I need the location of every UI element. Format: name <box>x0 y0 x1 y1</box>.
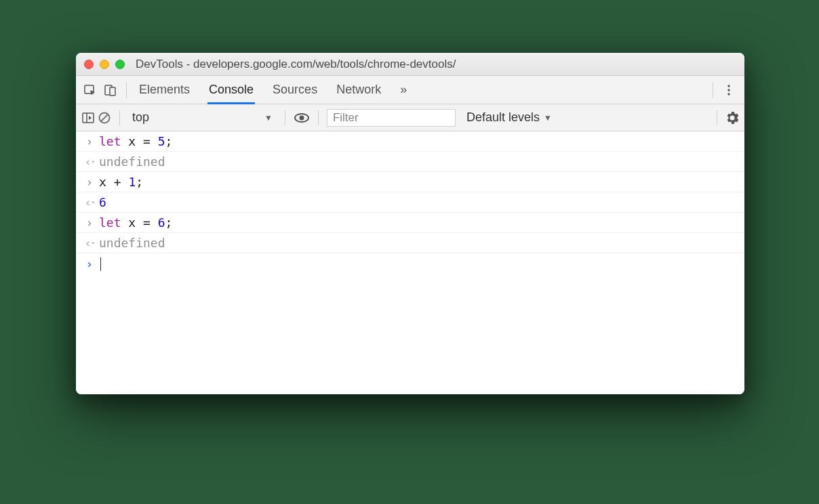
prompt-arrow-icon: › <box>83 257 96 271</box>
tabs-overflow[interactable]: » <box>400 76 407 104</box>
context-label: top <box>132 110 149 125</box>
clear-console-icon[interactable] <box>98 111 111 125</box>
window-title: DevTools - developers.google.com/web/too… <box>136 58 456 71</box>
traffic-lights <box>84 60 125 69</box>
console-line: 6 <box>96 195 106 209</box>
devtools-tabbar: Elements Console Sources Network » <box>76 76 744 104</box>
log-levels-select[interactable]: Default levels ▼ <box>466 110 552 125</box>
toggle-sidebar-icon[interactable] <box>81 111 95 125</box>
console-line: let x = 6; <box>96 215 172 230</box>
more-menu-icon[interactable] <box>719 80 739 100</box>
minimize-window-button[interactable] <box>100 60 109 69</box>
zoom-window-button[interactable] <box>115 60 125 69</box>
console-row: ›let x = 5; <box>76 131 744 152</box>
svg-rect-2 <box>110 87 115 96</box>
output-arrow-icon: ‹· <box>83 195 96 209</box>
console-row: › <box>76 253 744 274</box>
chevron-down-icon: ▼ <box>264 113 273 123</box>
tab-network[interactable]: Network <box>336 76 381 104</box>
console-output[interactable]: ›let x = 5;‹·undefined›x + 1;‹·6›let x =… <box>76 131 744 394</box>
console-line: x + 1; <box>96 175 143 189</box>
input-arrow-icon: › <box>83 215 96 230</box>
svg-point-4 <box>727 89 730 91</box>
filter-placeholder: Filter <box>333 111 359 125</box>
divider <box>713 82 713 98</box>
console-row: ‹·6 <box>76 192 744 213</box>
console-row: ‹·undefined <box>76 233 744 253</box>
svg-point-5 <box>727 93 730 95</box>
window-titlebar: DevTools - developers.google.com/web/too… <box>76 53 744 76</box>
close-window-button[interactable] <box>84 60 94 69</box>
console-row: ‹·undefined <box>76 152 744 172</box>
console-toolbar: top ▼ Filter Default levels ▼ <box>76 104 744 131</box>
device-toolbar-icon[interactable] <box>100 80 121 100</box>
console-line: let x = 5; <box>96 134 172 148</box>
svg-line-9 <box>101 114 108 121</box>
divider <box>119 110 120 125</box>
input-arrow-icon: › <box>83 134 96 148</box>
svg-rect-6 <box>83 113 94 123</box>
output-arrow-icon: ‹· <box>83 236 96 250</box>
tab-sources[interactable]: Sources <box>273 76 317 104</box>
console-row: ›let x = 6; <box>76 213 744 233</box>
divider <box>318 110 319 125</box>
live-expression-icon[interactable] <box>294 111 310 125</box>
divider <box>717 110 717 125</box>
console-row: ›x + 1; <box>76 172 744 192</box>
devtools-window: DevTools - developers.google.com/web/too… <box>76 53 744 394</box>
levels-label: Default levels <box>466 110 540 125</box>
output-arrow-icon: ‹· <box>83 154 96 169</box>
input-arrow-icon: › <box>83 175 96 189</box>
divider <box>126 82 127 98</box>
text-cursor <box>100 257 101 271</box>
execution-context-select[interactable]: top ▼ <box>128 110 277 125</box>
svg-point-3 <box>727 85 730 87</box>
tab-elements[interactable]: Elements <box>139 76 190 104</box>
console-prompt[interactable] <box>96 256 101 271</box>
filter-input[interactable]: Filter <box>327 109 456 127</box>
tabs: Elements Console Sources Network » <box>132 76 407 104</box>
console-line: undefined <box>96 154 165 169</box>
divider <box>285 110 285 125</box>
settings-gear-icon[interactable] <box>725 111 739 125</box>
tab-console[interactable]: Console <box>209 76 254 104</box>
chevron-down-icon: ▼ <box>544 113 552 123</box>
inspect-element-icon[interactable] <box>80 80 100 100</box>
svg-point-11 <box>299 115 304 120</box>
console-line: undefined <box>96 236 165 250</box>
